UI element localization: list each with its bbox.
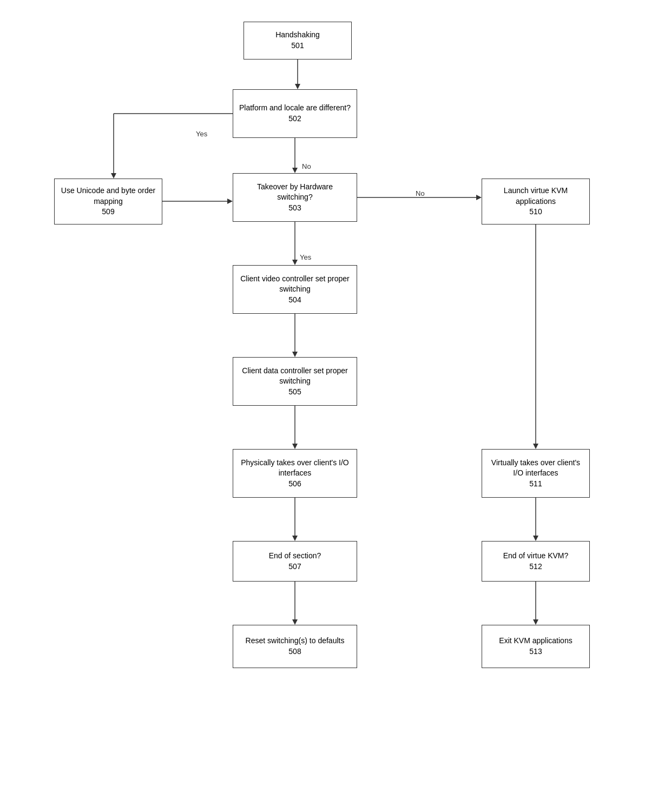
box-505: Client data controller set proper switch… bbox=[233, 357, 357, 406]
box-502-label: Platform and locale are different? bbox=[239, 103, 351, 114]
box-505-num: 505 bbox=[288, 387, 301, 398]
svg-marker-14 bbox=[292, 352, 298, 357]
flowchart-container: Handshaking 501 Platform and locale are … bbox=[0, 0, 671, 812]
svg-marker-20 bbox=[292, 536, 298, 541]
label-no2: No bbox=[416, 189, 425, 197]
box-504-label: Client video controller set proper switc… bbox=[239, 274, 351, 295]
box-509-label: Use Unicode and byte order mapping bbox=[60, 186, 156, 207]
box-513: Exit KVM applications 513 bbox=[482, 625, 590, 668]
box-503: Takeover by Hardware switching? 503 bbox=[233, 173, 357, 222]
box-511-num: 511 bbox=[529, 479, 542, 490]
svg-marker-22 bbox=[533, 536, 538, 541]
box-509: Use Unicode and byte order mapping 509 bbox=[54, 179, 162, 225]
box-501-num: 501 bbox=[291, 41, 304, 51]
box-507: End of section? 507 bbox=[233, 541, 357, 582]
box-511: Virtually takes over client's I/O interf… bbox=[482, 449, 590, 498]
box-509-num: 509 bbox=[102, 207, 114, 217]
box-508-label: Reset switching(s) to defaults bbox=[246, 636, 345, 646]
label-yes1: Yes bbox=[196, 130, 207, 138]
svg-marker-18 bbox=[533, 444, 538, 449]
svg-marker-24 bbox=[292, 619, 298, 625]
svg-marker-10 bbox=[476, 195, 482, 200]
box-505-label: Client data controller set proper switch… bbox=[239, 366, 351, 387]
svg-marker-12 bbox=[292, 260, 298, 265]
box-512-num: 512 bbox=[529, 562, 542, 572]
box-502-num: 502 bbox=[288, 114, 301, 124]
box-510-num: 510 bbox=[529, 207, 542, 217]
box-512-label: End of virtue KVM? bbox=[503, 551, 569, 562]
box-513-num: 513 bbox=[529, 646, 542, 657]
svg-marker-26 bbox=[533, 619, 538, 625]
svg-marker-3 bbox=[292, 168, 298, 173]
svg-marker-8 bbox=[227, 199, 233, 204]
box-503-label: Takeover by Hardware switching? bbox=[239, 182, 351, 203]
box-511-label: Virtually takes over client's I/O interf… bbox=[488, 458, 584, 479]
label-yes2: Yes bbox=[300, 253, 311, 261]
box-501: Handshaking 501 bbox=[244, 22, 352, 60]
box-508-num: 508 bbox=[288, 646, 301, 657]
box-502: Platform and locale are different? 502 bbox=[233, 89, 357, 138]
box-508: Reset switching(s) to defaults 508 bbox=[233, 625, 357, 668]
svg-marker-6 bbox=[111, 173, 116, 179]
box-506-num: 506 bbox=[288, 479, 301, 490]
box-504: Client video controller set proper switc… bbox=[233, 265, 357, 314]
box-503-num: 503 bbox=[288, 203, 301, 214]
box-507-num: 507 bbox=[288, 562, 301, 572]
label-no1: No bbox=[302, 162, 311, 170]
box-510: Launch virtue KVM applications 510 bbox=[482, 179, 590, 225]
box-506-label: Physically takes over client's I/O inter… bbox=[239, 458, 351, 479]
svg-marker-1 bbox=[295, 84, 300, 89]
svg-marker-16 bbox=[292, 444, 298, 449]
box-510-label: Launch virtue KVM applications bbox=[488, 186, 584, 207]
box-512: End of virtue KVM? 512 bbox=[482, 541, 590, 582]
box-513-label: Exit KVM applications bbox=[499, 636, 572, 646]
box-504-num: 504 bbox=[288, 295, 301, 306]
box-506: Physically takes over client's I/O inter… bbox=[233, 449, 357, 498]
box-507-label: End of section? bbox=[269, 551, 321, 562]
box-501-label: Handshaking bbox=[275, 30, 320, 41]
